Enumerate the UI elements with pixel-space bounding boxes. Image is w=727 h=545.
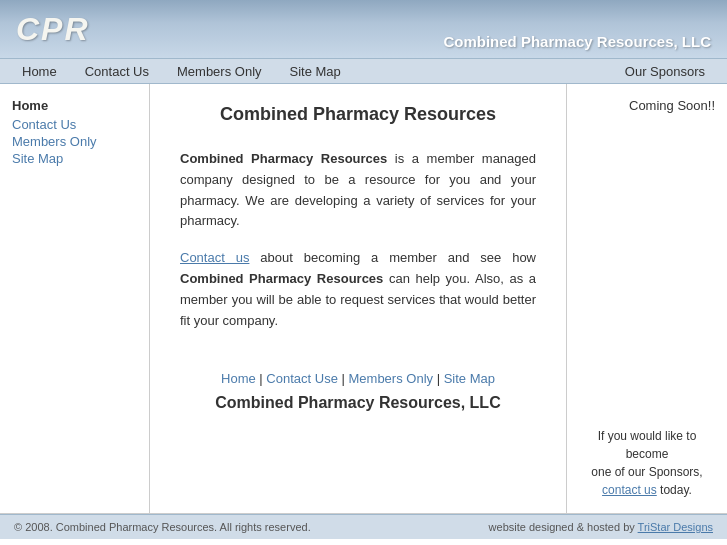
nav-members[interactable]: Members Only bbox=[163, 60, 276, 83]
copyright-text: © 2008. Combined Pharmacy Resources. All… bbox=[14, 521, 311, 533]
content-footer: Home | Contact Use | Members Only | Site… bbox=[180, 371, 536, 412]
contact-us-link[interactable]: Contact us bbox=[180, 250, 249, 265]
sidebar-sitemap-link[interactable]: Site Map bbox=[12, 151, 137, 166]
paragraph2-rest-before: about becoming a member and see how bbox=[249, 250, 536, 265]
sidebar: Home Contact Us Members Only Site Map bbox=[0, 84, 150, 513]
content-paragraph2: Contact us about becoming a member and s… bbox=[180, 248, 536, 331]
paragraph2-bold: Combined Pharmacy Resources bbox=[180, 271, 383, 286]
sponsor-text-2: one of our Sponsors, bbox=[591, 465, 702, 479]
footer-links: Home | Contact Use | Members Only | Site… bbox=[180, 371, 536, 386]
nav-sitemap[interactable]: Site Map bbox=[276, 60, 355, 83]
nav-home[interactable]: Home bbox=[8, 60, 71, 83]
right-panel: Coming Soon!! If you would like to becom… bbox=[567, 84, 727, 513]
footer-contact-link[interactable]: Contact Use bbox=[266, 371, 338, 386]
sidebar-home-label: Home bbox=[12, 98, 137, 113]
nav-contact[interactable]: Contact Us bbox=[71, 60, 163, 83]
footer-members-link[interactable]: Members Only bbox=[349, 371, 434, 386]
sponsor-box: If you would like to become one of our S… bbox=[579, 427, 715, 499]
sidebar-contact-link[interactable]: Contact Us bbox=[12, 117, 137, 132]
footer-home-link[interactable]: Home bbox=[221, 371, 256, 386]
nav-links: Home Contact Us Members Only Site Map bbox=[8, 60, 611, 83]
coming-soon-text: Coming Soon!! bbox=[579, 98, 715, 113]
content-area: Combined Pharmacy Resources Combined Pha… bbox=[150, 84, 567, 513]
content-paragraph1: Combined Pharmacy Resources is a member … bbox=[180, 149, 536, 232]
header: CPR Combined Pharmacy Resources, LLC bbox=[0, 0, 727, 58]
paragraph1-bold: Combined Pharmacy Resources bbox=[180, 151, 387, 166]
logo: CPR bbox=[16, 11, 90, 48]
sponsor-contact-link[interactable]: contact us bbox=[602, 483, 657, 497]
designer-text: website designed & hosted by TriStar Des… bbox=[489, 521, 713, 533]
page-footer: © 2008. Combined Pharmacy Resources. All… bbox=[0, 514, 727, 539]
sponsor-text-1: If you would like to become bbox=[598, 429, 697, 461]
footer-company-name: Combined Pharmacy Resources, LLC bbox=[180, 394, 536, 412]
main-layout: Home Contact Us Members Only Site Map Co… bbox=[0, 84, 727, 514]
sponsors-label: Our Sponsors bbox=[611, 60, 719, 83]
footer-sitemap-link[interactable]: Site Map bbox=[444, 371, 495, 386]
sponsor-text-3: today. bbox=[660, 483, 692, 497]
content-title: Combined Pharmacy Resources bbox=[180, 104, 536, 125]
company-name: Combined Pharmacy Resources, LLC bbox=[443, 33, 711, 50]
navbar: Home Contact Us Members Only Site Map Ou… bbox=[0, 58, 727, 84]
designer-link[interactable]: TriStar Designs bbox=[638, 521, 713, 533]
sidebar-members-link[interactable]: Members Only bbox=[12, 134, 137, 149]
